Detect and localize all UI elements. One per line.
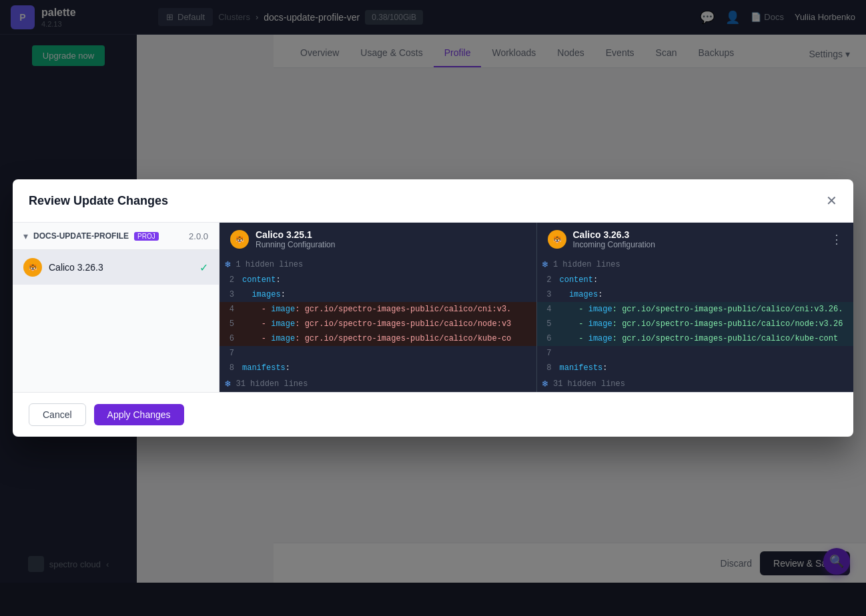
layer-item[interactable]: 🐯 Calico 3.26.3 ✓ (13, 250, 219, 285)
layer-avatar: 🐯 (23, 258, 42, 277)
line-num: 2 (537, 275, 557, 285)
line-num: 5 (537, 319, 557, 329)
line-num: 5 (220, 319, 240, 329)
diff-line-minus-6: 6 - image: gcr.io/spectro-images-public/… (220, 331, 536, 346)
chevron-icon: ▾ (23, 231, 28, 241)
modal-body: ▾ DOCS-UPDATE-PROFILE PROJ 2.0.0 🐯 Calic… (13, 223, 853, 392)
diff-container: 🐯 Calico 3.25.1 Running Configuration ❄ (220, 223, 853, 392)
line-num: 4 (220, 305, 240, 314)
profile-name: DOCS-UPDATE-PROFILE (33, 231, 129, 241)
version-badge: 2.0.0 (189, 231, 208, 241)
line-num: 8 (537, 363, 557, 373)
modal-overlay: Review Update Changes ✕ ▾ DOCS-UPDATE-PR… (0, 0, 866, 616)
line-num: 6 (220, 334, 240, 343)
left-diff-body[interactable]: ❄ 1 hidden lines 2 content: 3 (220, 256, 536, 392)
diff-line-plus-5: 5 - image: gcr.io/spectro-images-public/… (537, 317, 854, 331)
line-num: 4 (537, 305, 557, 314)
left-hidden-lines-bottom: ❄ 31 hidden lines (220, 375, 536, 392)
right-diff-header: 🐯 Calico 3.26.3 Incoming Configuration ⋮ (537, 223, 854, 256)
profile-header: ▾ DOCS-UPDATE-PROFILE PROJ 2.0.0 (13, 223, 219, 250)
snow-icon-right-top: ❄ (542, 259, 548, 270)
diff-line-minus-4: 4 - image: gcr.io/spectro-images-public/… (220, 302, 536, 317)
modal-header: Review Update Changes ✕ (13, 179, 853, 223)
line-num: 3 (220, 290, 240, 299)
right-diff-title: Calico 3.26.3 (573, 229, 825, 240)
left-hidden-lines-top: ❄ 1 hidden lines (220, 256, 536, 273)
snow-icon-left-top: ❄ (225, 259, 230, 270)
modal-footer: Cancel Apply Changes (13, 392, 853, 437)
diff-line: 8 manifests: (220, 361, 536, 375)
line-num: 7 (220, 349, 240, 358)
left-diff-sub: Running Configuration (256, 240, 526, 249)
cancel-button[interactable]: Cancel (29, 403, 86, 426)
proj-badge: PROJ (134, 232, 159, 241)
left-diff-title: Calico 3.25.1 (256, 229, 526, 240)
check-icon: ✓ (199, 261, 208, 274)
left-diff-col: 🐯 Calico 3.25.1 Running Configuration ❄ (220, 223, 537, 392)
right-hidden-lines-top: ❄ 1 hidden lines (537, 256, 854, 273)
diff-line-plus-4: 4 - image: gcr.io/spectro-images-public/… (537, 302, 854, 317)
snow-icon-right-bottom: ❄ (542, 378, 548, 389)
diff-line: 2 content: (537, 273, 854, 287)
diff-line-plus-6: 6 - image: gcr.io/spectro-images-public/… (537, 331, 854, 346)
line-num: 2 (220, 275, 240, 285)
diff-line: 3 images: (220, 287, 536, 302)
right-panel: 🐯 Calico 3.25.1 Running Configuration ❄ (220, 223, 853, 392)
close-button[interactable]: ✕ (826, 193, 837, 209)
left-panel: ▾ DOCS-UPDATE-PROFILE PROJ 2.0.0 🐯 Calic… (13, 223, 220, 392)
modal: Review Update Changes ✕ ▾ DOCS-UPDATE-PR… (13, 179, 853, 437)
apply-changes-button[interactable]: Apply Changes (94, 404, 184, 425)
right-diff-body[interactable]: ❄ 1 hidden lines 2 content: 3 (537, 256, 854, 392)
line-num: 6 (537, 334, 557, 343)
main-layout: Upgrade now spectro cloud ‹ Overview Usa… (0, 35, 866, 583)
diff-line-minus-5: 5 - image: gcr.io/spectro-images-public/… (220, 317, 536, 331)
line-num: 3 (537, 290, 557, 299)
diff-line: 7 (537, 346, 854, 361)
diff-line: 7 (220, 346, 536, 361)
right-diff-info: Calico 3.26.3 Incoming Configuration (573, 229, 825, 249)
line-num: 7 (537, 349, 557, 358)
diff-menu-button[interactable]: ⋮ (831, 232, 843, 247)
layer-name: Calico 3.26.3 (49, 262, 193, 273)
left-diff-header: 🐯 Calico 3.25.1 Running Configuration (220, 223, 536, 256)
right-diff-col: 🐯 Calico 3.26.3 Incoming Configuration ⋮ (537, 223, 854, 392)
diff-line: 2 content: (220, 273, 536, 287)
right-hidden-lines-bottom: ❄ 31 hidden lines (537, 375, 854, 392)
snow-icon-left-bottom: ❄ (225, 378, 230, 389)
modal-title: Review Update Changes (29, 194, 168, 208)
diff-line: 8 manifests: (537, 361, 854, 375)
left-diff-info: Calico 3.25.1 Running Configuration (256, 229, 526, 249)
content-area: Overview Usage & Costs Profile Workloads… (137, 35, 866, 583)
right-diff-avatar: 🐯 (548, 230, 566, 249)
line-num: 8 (220, 363, 240, 373)
diff-line: 3 images: (537, 287, 854, 302)
left-diff-avatar: 🐯 (230, 230, 249, 249)
right-diff-sub: Incoming Configuration (573, 240, 825, 249)
